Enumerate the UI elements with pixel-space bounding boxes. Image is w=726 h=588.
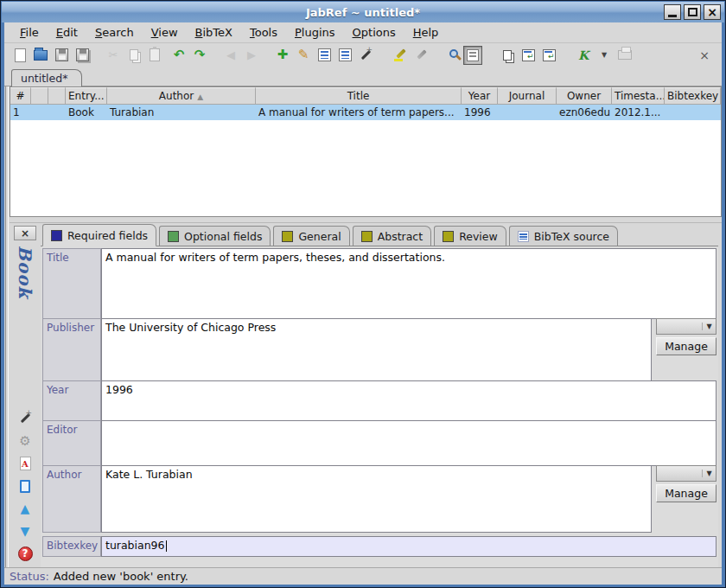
edit-strings-button[interactable] [334,45,355,66]
publisher-manage-button[interactable]: Manage [656,337,716,355]
bibtexkey-row: Bibtexkey turabian96 [42,536,716,557]
col-header-journal[interactable]: Journal [498,87,557,105]
copy-icon [130,49,138,61]
table-row[interactable]: 1 Book Turabian A manual for writers of … [10,105,721,120]
rail-settings-button[interactable]: ⚙ [15,431,35,451]
tab-abstract[interactable]: Abstract [353,226,431,246]
menu-view[interactable]: View [143,23,187,42]
cell-entrytype: Book [66,105,107,120]
push-to-lyx-button[interactable]: K [573,45,594,66]
tab-bibtex-source[interactable]: BibTeX source [509,226,618,246]
col-header-number[interactable]: # [10,87,31,105]
close-sidepane-button[interactable]: × [694,45,715,66]
new-database-button[interactable] [10,45,30,66]
push-to-application-alt-button[interactable] [538,45,559,66]
col-header-icon2[interactable] [48,87,66,105]
menu-file[interactable]: File [11,23,48,42]
menu-plugins[interactable]: Plugins [286,23,344,42]
year-field[interactable]: 1996 [101,380,716,421]
menu-help[interactable]: Help [404,23,448,42]
toggle-preview-button[interactable] [462,45,483,66]
col-header-author[interactable]: Author▲ [107,87,256,105]
source-lines-icon [518,231,529,242]
push-doc-icon [543,49,556,61]
window-buttons: × [664,4,721,20]
author-field[interactable]: Kate L. Turabian [101,465,652,533]
tab-optional-fields[interactable]: Optional fields [159,226,271,246]
col-header-bibtexkey[interactable]: Bibtexkey [665,87,721,105]
copy-button[interactable] [124,45,144,66]
col-header-title[interactable]: Title [256,87,462,105]
tab-required-fields[interactable]: Required fields [42,224,156,246]
author-label: Author [42,465,101,533]
paste-button[interactable] [144,45,165,66]
push-dropdown-button[interactable]: ▼ [594,45,615,66]
redo-button[interactable]: ↷ [189,45,210,66]
cell-owner: ezn06edu [557,105,612,120]
save-all-button[interactable] [72,45,92,66]
editor-close-button[interactable]: × [14,226,36,240]
col-header-owner[interactable]: Owner [557,87,612,105]
publisher-field[interactable]: The University of Chicago Press [101,318,652,381]
chevron-down-icon: ▼ [602,51,607,59]
editor-field[interactable] [101,420,716,466]
open-database-button[interactable] [30,45,51,66]
titlebar[interactable]: JabRef ~ untitled* × [2,2,724,22]
print-preview-button[interactable] [615,45,635,66]
author-manage-button[interactable]: Manage [656,484,716,502]
copy-citation-button[interactable] [497,45,518,66]
rail-previous-entry-button[interactable]: ▲ [15,499,35,518]
printer-icon [618,50,632,60]
maximize-button[interactable] [684,4,701,20]
undo-button[interactable]: ↶ [169,45,189,66]
author-word-combo[interactable]: ▼ [656,465,716,482]
optional-fields-icon [168,231,179,242]
entry-table: # Entry... Author▲ Title Year Journal Ow… [10,86,722,217]
save-all-icon [76,48,89,61]
rail-open-url-button[interactable] [15,476,35,495]
wand-icon [18,412,32,425]
toolbar-close-icon: × [699,48,710,62]
rail-help-button[interactable]: ? [15,544,35,563]
col-header-entrytype[interactable]: Entry... [66,87,107,105]
menu-search[interactable]: Search [86,23,143,42]
menu-bibtex[interactable]: BibTeX [187,23,241,42]
rail-next-entry-button[interactable]: ▼ [15,521,35,540]
rail-open-pdf-button[interactable]: A [15,454,35,473]
generate-key-button[interactable] [355,45,376,66]
back-button[interactable]: ◀ [220,45,241,66]
gray-pen-icon [414,48,428,62]
rail-generate-key-button[interactable] [15,409,35,428]
menu-edit[interactable]: Edit [48,23,86,42]
jabref-window: JabRef ~ untitled* × File Edit Search Vi… [0,0,726,588]
col-header-icon1[interactable] [31,87,48,105]
app-area: File Edit Search View BibTeX Tools Plugi… [4,22,722,585]
cell-title: A manual for writers of term papers... [256,105,462,120]
push-to-application-button[interactable] [518,45,538,66]
new-entry-button[interactable]: ✚ [272,45,293,66]
unmark-entries-button[interactable] [411,45,431,66]
cut-button[interactable]: ✂ [103,45,124,66]
menu-options[interactable]: Options [344,23,404,42]
menu-tools[interactable]: Tools [241,23,286,42]
status-label: Status: [10,570,49,583]
tab-review[interactable]: Review [434,226,506,246]
tab-general[interactable]: General [273,226,349,246]
search-button[interactable] [442,45,462,66]
forward-button[interactable]: ▶ [241,45,262,66]
close-button[interactable]: × [704,4,721,20]
publisher-word-combo[interactable]: ▼ [656,318,716,335]
editor-tabs: Required fields Optional fields General … [41,223,718,246]
minimize-button[interactable] [664,4,681,20]
tab-untitled[interactable]: untitled* [11,69,82,86]
col-header-year[interactable]: Year [462,87,498,105]
bibtexkey-field[interactable]: turabian96 [101,536,716,557]
window-title: JabRef ~ untitled* [306,6,420,19]
edit-preamble-button[interactable] [314,45,334,66]
edit-entry-button[interactable]: ✎ [293,45,314,66]
col-header-timestamp[interactable]: Timesta... [612,87,665,105]
save-database-button[interactable] [51,45,72,66]
push-doc-icon [522,49,535,61]
mark-entries-button[interactable] [390,45,411,66]
title-field[interactable]: A manual for writers of term papers, the… [101,248,716,319]
